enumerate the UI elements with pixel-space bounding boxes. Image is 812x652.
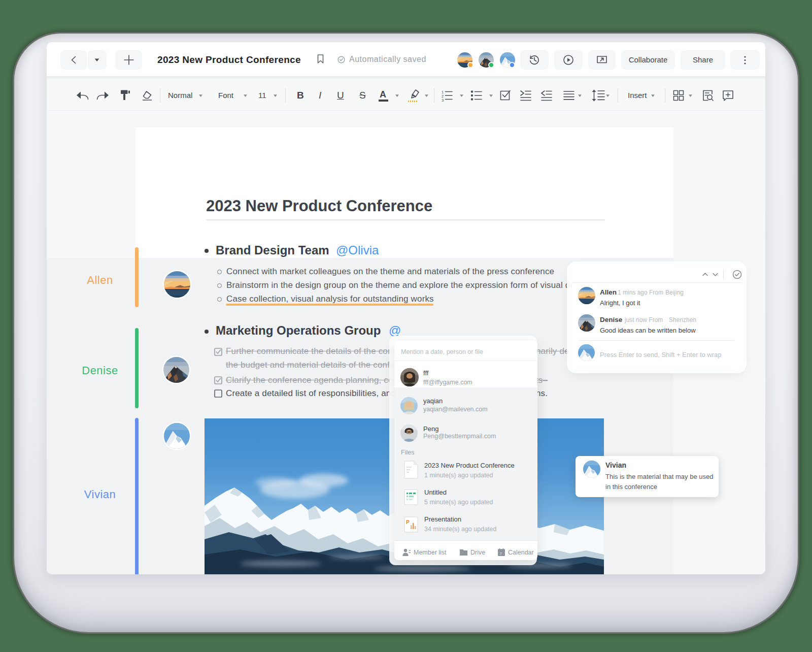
svg-text:7: 7 [500, 552, 502, 556]
svg-text:3: 3 [442, 98, 444, 102]
svg-text:P: P [406, 519, 410, 525]
